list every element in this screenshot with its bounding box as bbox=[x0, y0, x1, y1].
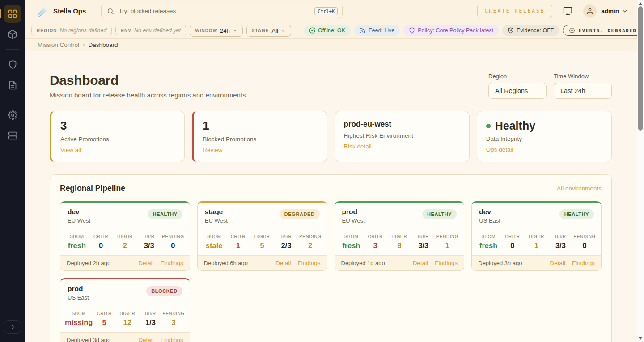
region-filter-pill[interactable]: REGION No regions defined bbox=[31, 25, 112, 36]
findings-link[interactable]: Findings bbox=[572, 260, 595, 266]
all-environments-link[interactable]: All environments bbox=[557, 185, 602, 192]
findings-link[interactable]: Findings bbox=[161, 260, 183, 266]
metric-label: CRITR bbox=[93, 311, 116, 316]
env-name: stage bbox=[205, 208, 228, 216]
status-badge: BLOCKED bbox=[146, 286, 182, 296]
findings-link[interactable]: Findings bbox=[161, 337, 183, 342]
blocked-promotions-label: Blocked Promotions bbox=[203, 136, 318, 143]
deployed-time: Deployed 2h ago bbox=[67, 260, 110, 266]
active-promotions-label: Active Promotions bbox=[60, 136, 175, 143]
detail-link[interactable]: Detail bbox=[413, 260, 428, 266]
detail-link[interactable]: Detail bbox=[138, 337, 154, 342]
chevron-down-icon bbox=[281, 28, 286, 33]
breadcrumb: Mission Control › Dashboard bbox=[25, 39, 637, 51]
metric-label: SBOM bbox=[65, 234, 89, 239]
sidebar-item-releases[interactable] bbox=[4, 25, 21, 43]
scrollbar-thumb[interactable] bbox=[638, 6, 643, 131]
deployed-time: Deployed 6h ago bbox=[204, 260, 248, 266]
global-search[interactable]: Ctrl+K bbox=[101, 4, 343, 18]
risk-detail-link[interactable]: Risk detail bbox=[344, 143, 372, 150]
metric-critr: 1 bbox=[226, 241, 250, 250]
shield-outline-icon bbox=[409, 27, 415, 34]
scroll-down-arrow[interactable] bbox=[638, 337, 643, 340]
env-region: US East bbox=[479, 217, 500, 224]
review-link[interactable]: Review bbox=[203, 147, 222, 153]
region-select-label: Region bbox=[488, 73, 547, 80]
search-input[interactable] bbox=[119, 8, 314, 14]
metric-label: CRITR bbox=[500, 234, 525, 239]
active-promotions-count: 3 bbox=[60, 119, 175, 133]
shield-off-icon bbox=[508, 27, 514, 34]
app-window: ☄️ Stella Ops Ctrl+K CREATE RELEASE admi… bbox=[0, 0, 644, 342]
regional-pipeline-section: Regional Pipeline All environments dev E… bbox=[50, 174, 612, 342]
metric-label: SBOM bbox=[339, 234, 364, 239]
gear-icon bbox=[8, 110, 17, 120]
breadcrumb-parent[interactable]: Mission Control bbox=[38, 42, 79, 48]
window-filter-pill[interactable]: WINDOW 24h bbox=[190, 25, 243, 37]
server-icon bbox=[8, 131, 17, 140]
metric-pending: 0 bbox=[161, 241, 185, 250]
metric-sbom: stale bbox=[202, 241, 226, 250]
metric-label: PENDING bbox=[572, 234, 597, 239]
time-window-select[interactable]: Last 24h bbox=[554, 83, 612, 99]
main-content: Dashboard Mission board for release heal… bbox=[25, 51, 637, 342]
pipeline-grid: dev EU West HEALTHY SBOMfresh CRITR0 HIG… bbox=[60, 201, 602, 342]
env-region: EU West bbox=[342, 217, 365, 224]
env-name: dev bbox=[479, 208, 500, 216]
pipeline-card: prod EU West HEALTHY SBOMfresh CRITR3 HI… bbox=[335, 201, 465, 271]
metric-label: CRITR bbox=[363, 234, 387, 239]
findings-link[interactable]: Findings bbox=[297, 260, 320, 266]
status-badge: HEALTHY bbox=[422, 209, 457, 219]
env-region: EU West bbox=[68, 217, 90, 224]
user-menu[interactable]: admin bbox=[583, 4, 628, 18]
sidebar-item-infrastructure[interactable] bbox=[4, 127, 21, 144]
scrollbar[interactable] bbox=[637, 0, 644, 342]
evidence-status-label: Evidence: OFF bbox=[517, 27, 554, 34]
sidebar-item-dashboard[interactable] bbox=[4, 5, 21, 23]
metric-bir: 1/3 bbox=[139, 318, 162, 327]
blocked-promotions-card: 1 Blocked Promotions Review bbox=[192, 111, 327, 162]
detail-link[interactable]: Detail bbox=[550, 260, 565, 266]
sidebar-expand-button[interactable] bbox=[4, 320, 21, 334]
sidebar bbox=[0, 0, 25, 342]
env-region: US East bbox=[68, 294, 89, 301]
feed-status-badge: Feed: Live bbox=[354, 25, 400, 36]
ops-detail-link[interactable]: Ops detail bbox=[486, 146, 513, 153]
env-region: EU West bbox=[205, 217, 228, 224]
sidebar-item-security[interactable] bbox=[4, 55, 21, 73]
scroll-up-arrow[interactable] bbox=[638, 2, 643, 5]
rss-icon bbox=[360, 27, 366, 34]
context-bar: REGION No regions defined ENV No env def… bbox=[25, 22, 637, 39]
detail-link[interactable]: Detail bbox=[138, 260, 154, 266]
metric-critr: 5 bbox=[93, 318, 116, 327]
findings-link[interactable]: Findings bbox=[435, 260, 458, 266]
detail-link[interactable]: Detail bbox=[275, 260, 291, 266]
sidebar-item-settings[interactable] bbox=[4, 106, 21, 124]
events-status-pill[interactable]: EVENTS: DEGRADED bbox=[563, 25, 643, 36]
metric-critr: 0 bbox=[89, 241, 113, 250]
policy-status-badge: Policy: Core Policy Pack latest bbox=[403, 25, 499, 36]
metric-sbom: fresh bbox=[65, 241, 89, 250]
search-icon bbox=[107, 8, 114, 15]
metric-label: HIGHR bbox=[113, 234, 137, 239]
monitor-icon[interactable] bbox=[563, 6, 572, 16]
document-icon bbox=[8, 80, 17, 90]
sidebar-item-documents[interactable] bbox=[4, 76, 21, 94]
highest-risk-env: prod-eu-west bbox=[344, 119, 460, 129]
view-all-link[interactable]: View all bbox=[60, 147, 81, 153]
region-select[interactable]: All Regions bbox=[488, 83, 547, 99]
create-release-button[interactable]: CREATE RELEASE bbox=[477, 4, 553, 18]
time-window-select-label: Time Window bbox=[554, 73, 612, 80]
search-shortcut-badge: Ctrl+K bbox=[314, 7, 338, 15]
sidebar-divider bbox=[6, 49, 19, 50]
status-badge: HEALTHY bbox=[148, 209, 182, 219]
env-filter-label: ENV bbox=[121, 28, 131, 33]
status-badge: DEGRADED bbox=[280, 209, 320, 219]
chevron-right-icon bbox=[9, 324, 16, 330]
policy-status-label: Policy: Core Policy Pack latest bbox=[418, 27, 493, 34]
pipeline-card: dev EU West HEALTHY SBOMfresh CRITR0 HIG… bbox=[60, 201, 190, 271]
metric-bir: 3/3 bbox=[137, 241, 161, 250]
stage-filter-pill[interactable]: STAGE All bbox=[246, 25, 291, 37]
env-filter-pill[interactable]: ENV No env defined yet bbox=[115, 25, 186, 36]
metric-highr: 1 bbox=[525, 241, 549, 250]
